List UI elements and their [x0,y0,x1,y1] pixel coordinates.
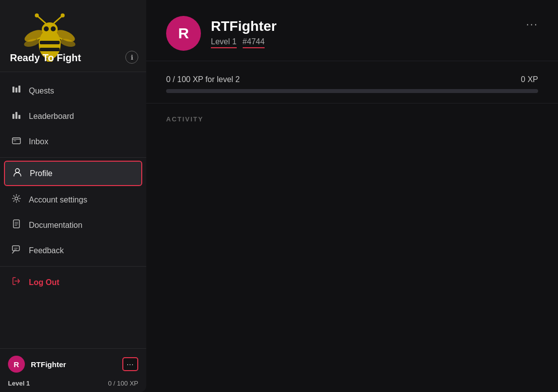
svg-rect-19 [18,86,20,93]
logout-icon [11,276,22,289]
sidebar-item-inbox[interactable]: Inbox [0,129,146,154]
leaderboard-icon [11,110,22,122]
profile-tag: #4744 [243,37,265,48]
sidebar-footer: R RTFighter ··· Level 1 0 / 100 XP [0,348,146,392]
svg-rect-23 [12,138,20,144]
profile-more-button[interactable]: ··· [526,18,538,31]
nav-divider-2 [0,266,146,267]
account-settings-label: Account settings [29,196,87,204]
sidebar: Ready To Fight ℹ Quests [0,0,146,392]
xp-header: 0 / 100 XP for level 2 0 XP [166,75,538,84]
main-content: R RTFighter Level 1 #4744 ··· 0 / 100 XP… [146,0,558,392]
leaderboard-label: Leaderboard [29,112,74,121]
profile-level: Level 1 [211,37,237,48]
nav-divider-1 [0,157,146,158]
xp-label: 0 / 100 XP for level 2 [166,75,240,84]
profile-meta: Level 1 #4744 [211,37,538,48]
inbox-label: Inbox [29,137,48,146]
footer-more-button[interactable]: ··· [122,357,138,371]
svg-rect-2 [40,48,60,51]
profile-icon [12,167,23,180]
xp-value: 0 XP [521,75,538,84]
footer-xp-label: 0 / 100 XP [108,380,138,387]
svg-rect-22 [18,115,20,119]
profile-label: Profile [30,169,52,178]
xp-section: 0 / 100 XP for level 2 0 XP [146,61,558,103]
svg-rect-20 [12,114,14,119]
activity-title: ACTIVITY [166,115,538,123]
app-title: Ready To Fight [10,52,81,64]
sidebar-item-documentation[interactable]: Documentation [0,212,146,238]
inbox-icon [11,135,22,148]
sidebar-item-profile[interactable]: Profile [4,161,142,186]
profile-username: RTFighter [211,18,538,34]
feedback-label: Feedback [29,246,64,255]
svg-point-7 [61,13,65,17]
profile-avatar: R [166,16,201,51]
documentation-icon [11,219,22,231]
sidebar-item-account-settings[interactable]: Account settings [0,187,146,212]
sidebar-logo: Ready To Fight ℹ [0,0,146,72]
svg-rect-17 [12,87,14,93]
logout-label: Log Out [29,278,59,287]
footer-level-bar: Level 1 0 / 100 XP [0,380,146,392]
feedback-icon [11,244,22,257]
svg-point-5 [35,13,39,17]
profile-info: RTFighter Level 1 #4744 [211,18,538,48]
quests-label: Quests [29,87,54,96]
documentation-label: Documentation [29,221,83,230]
profile-header: R RTFighter Level 1 #4744 ··· [146,0,558,61]
sidebar-item-feedback[interactable]: Feedback [0,238,146,263]
svg-rect-21 [15,112,17,119]
svg-point-9 [51,26,56,31]
footer-avatar: R [8,356,25,373]
quests-icon [11,85,22,97]
svg-point-24 [15,169,19,173]
svg-line-4 [37,16,46,23]
svg-rect-1 [40,41,60,44]
sidebar-item-leaderboard[interactable]: Leaderboard [0,103,146,129]
svg-point-8 [44,26,49,31]
svg-line-6 [54,16,62,23]
svg-point-25 [15,197,18,200]
xp-bar-background [166,89,538,93]
svg-rect-18 [15,88,17,93]
info-icon[interactable]: ℹ [125,51,138,64]
sidebar-item-logout[interactable]: Log Out [0,270,146,295]
sidebar-nav: Quests Leaderboard Inbox [0,72,146,348]
footer-username: RTFighter [31,360,116,369]
sidebar-item-quests[interactable]: Quests [0,78,146,103]
settings-icon [11,194,22,206]
activity-section: ACTIVITY [146,103,558,135]
footer-level-label: Level 1 [8,380,30,387]
